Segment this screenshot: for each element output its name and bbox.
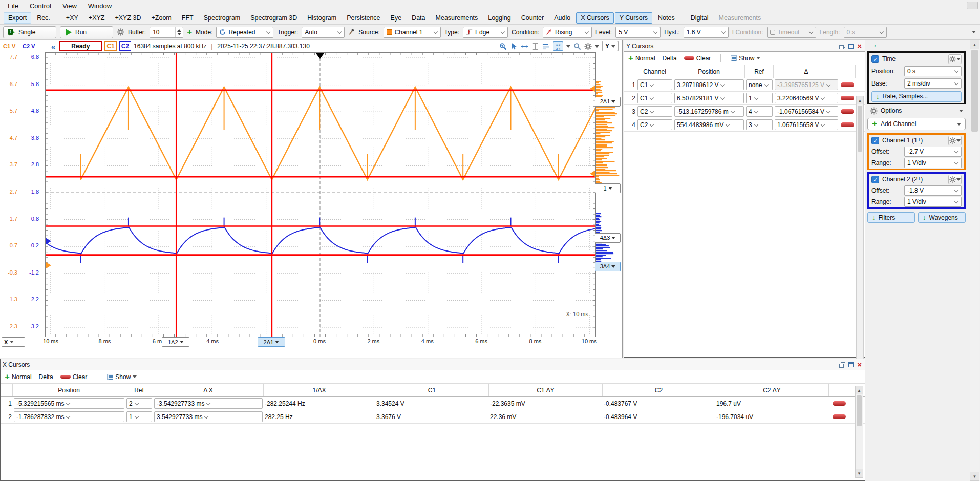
type-select[interactable]: Edge <box>463 27 508 38</box>
channel2-offset-select[interactable]: -1.8 V <box>904 185 962 196</box>
pointer-icon[interactable] <box>510 43 518 50</box>
x-cursor-marker-1-2[interactable]: 1Δ2 <box>162 337 189 347</box>
channel1-gear-button[interactable] <box>948 136 962 145</box>
trigger-select[interactable]: Auto <box>302 27 345 38</box>
y-cursor-delta-select[interactable]: -3.3985765125 V <box>775 79 838 90</box>
scroll-up-icon[interactable]: ▲ <box>970 40 979 49</box>
y-cursor-position-select[interactable]: 3.287188612 V <box>674 79 744 90</box>
float-window-icon[interactable] <box>839 44 845 49</box>
hysteresis-select[interactable]: 1.6 V <box>684 27 729 38</box>
magnifier-icon[interactable] <box>573 43 581 50</box>
grid-dropdown-icon[interactable] <box>566 45 570 48</box>
time-checkbox[interactable] <box>871 55 879 63</box>
tab-logging[interactable]: Logging <box>483 12 516 24</box>
menu-window[interactable]: Window <box>83 1 116 11</box>
buffer-spinner-arrows[interactable] <box>175 27 183 37</box>
y-add-normal-button[interactable]: +Normal <box>628 55 655 62</box>
buffer-spinner[interactable]: 10 <box>150 27 183 38</box>
condition-select[interactable]: Rising <box>543 27 592 38</box>
channel-grid-toggle[interactable]: 1 23 4 <box>553 41 563 51</box>
tab-y-cursors[interactable]: Y Cursors <box>615 12 652 24</box>
maximize-window-icon[interactable] <box>848 362 854 367</box>
x-cursors-title-bar[interactable]: X Cursors × <box>1 359 865 370</box>
c1-badge[interactable]: C1 <box>104 41 116 51</box>
channel2-gear-button[interactable] <box>948 175 962 184</box>
x-cursor-dx-select[interactable]: 3.542927733 ms <box>154 411 263 422</box>
y-cursor-marker-2-1[interactable]: 2Δ1 <box>595 97 621 107</box>
tab-export[interactable]: Export <box>4 12 31 24</box>
y-cursors-title-bar[interactable]: Y Cursors × <box>624 40 865 52</box>
scroll-up-icon[interactable]: ▲ <box>857 96 863 104</box>
scroll-down-icon[interactable]: ▼ <box>970 472 979 480</box>
tab-histogram[interactable]: Histogram <box>303 12 341 24</box>
horizontal-fit-icon[interactable] <box>521 43 528 50</box>
x-cursor-ref-select[interactable]: 1 <box>126 411 152 422</box>
y-cursor-position-select[interactable]: -513.167259786 m <box>674 106 744 117</box>
y-cursor-delta-select[interactable]: -1.0676156584 V <box>775 106 838 117</box>
tab-xy[interactable]: +XY <box>61 12 83 24</box>
close-window-icon[interactable]: × <box>857 44 862 49</box>
y-cursor-ref-select[interactable]: 3 <box>746 119 773 130</box>
mode-select[interactable]: Repeated <box>216 27 273 38</box>
tab-eye[interactable]: Eye <box>386 12 407 24</box>
x-cursors-scrollbar[interactable]: ▲ ▼ <box>855 386 863 478</box>
tab-measurements[interactable]: Measurements <box>431 12 483 24</box>
y-cursor-position-select[interactable]: 554.4483986 mV <box>674 119 744 130</box>
x-cursor-dx-select[interactable]: -3.542927733 ms <box>154 398 263 409</box>
tab-rec[interactable]: Rec. <box>32 12 55 24</box>
y-show-button[interactable]: Show <box>731 55 760 62</box>
scroll-down-icon[interactable]: ▼ <box>856 469 863 477</box>
time-base-select[interactable]: 2 ms/div <box>904 78 962 89</box>
y-cursor-marker-3-4[interactable]: 3Δ4 <box>595 262 621 271</box>
main-scrollbar[interactable]: ▲ ▼ <box>970 40 979 481</box>
channel2-range-select[interactable]: 1 V/div <box>904 197 962 207</box>
zoom-in-icon[interactable] <box>499 43 507 50</box>
tab-zoom[interactable]: +Zoom <box>147 12 176 24</box>
y-cursor-remove-button[interactable] <box>841 82 854 87</box>
expand-arrow-icon[interactable]: → <box>869 40 878 49</box>
x-add-normal-button[interactable]: +Normal <box>5 373 32 381</box>
tab-audio[interactable]: Audio <box>549 12 575 24</box>
tab-digital[interactable]: Digital <box>686 12 713 24</box>
x-cursor-remove-button[interactable] <box>833 414 846 419</box>
y-cursor-delta-select[interactable]: 1.067615658 V <box>775 119 838 130</box>
y-cursors-scrollbar[interactable]: ▲ ▼ <box>856 96 864 390</box>
y-cursor-delta-select[interactable]: 3.220640569 V <box>775 93 838 103</box>
x-cursor-remove-button[interactable] <box>833 401 846 406</box>
channel1-range-select[interactable]: 1 V/div <box>904 158 962 168</box>
toolbar-overflow-icon[interactable] <box>972 31 976 33</box>
add-acquisition-icon[interactable]: + <box>187 29 192 35</box>
channel1-offset-select[interactable]: -2.7 V <box>904 147 962 157</box>
y-cursor-marker-1[interactable]: 1 <box>595 183 621 193</box>
vertical-fit-icon[interactable] <box>531 43 539 50</box>
y-clear-button[interactable]: Clear <box>684 55 711 62</box>
rate-samples-button[interactable]: ↓Rate, Samples... <box>871 91 962 102</box>
y-cursor-channel-select[interactable]: C2 <box>637 119 672 130</box>
y-cursor-ref-select[interactable]: 1 <box>746 93 773 103</box>
wavegens-button[interactable]: ↓Wavegens <box>918 212 966 223</box>
source-select[interactable]: Channel 1 <box>384 27 441 38</box>
tab-notes[interactable]: Notes <box>653 12 679 24</box>
y-cursor-ref-select[interactable]: none <box>746 79 773 90</box>
x-cursor-position-select[interactable]: -5.329215565 ms <box>14 398 124 409</box>
tab-counter[interactable]: Counter <box>517 12 548 24</box>
buffer-gear-icon[interactable] <box>117 28 124 36</box>
time-position-select[interactable]: 0 s <box>904 66 962 76</box>
filters-button[interactable]: ↓Filters <box>867 212 915 223</box>
run-button[interactable]: Run <box>60 26 113 38</box>
y-cursor-channel-select[interactable]: C1 <box>637 93 672 103</box>
channel1-checkbox[interactable] <box>871 137 879 144</box>
level-select[interactable]: 5 V <box>615 27 661 38</box>
scroll-up-icon[interactable]: ▲ <box>856 386 863 394</box>
y-cursor-channel-select[interactable]: C1 <box>637 79 672 90</box>
single-button[interactable]: 1 Single <box>3 26 56 38</box>
menu-control[interactable]: Control <box>25 1 56 11</box>
y-add-delta-button[interactable]: Delta <box>663 55 677 62</box>
x-clear-button[interactable]: Clear <box>60 373 88 381</box>
y-cursor-marker-4-3[interactable]: 4Δ3 <box>595 233 621 243</box>
length-select[interactable]: 0 s <box>844 27 887 38</box>
x-add-delta-button[interactable]: Delta <box>39 373 53 381</box>
y-cursor-remove-button[interactable] <box>841 96 854 100</box>
lcondition-select[interactable]: Timeout <box>767 27 816 38</box>
x-show-button[interactable]: Show <box>107 373 137 381</box>
